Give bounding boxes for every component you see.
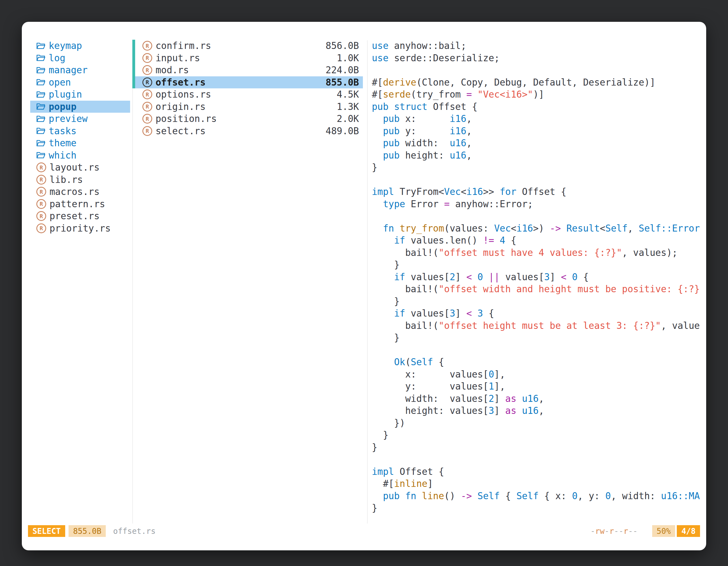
rust-icon [142,41,152,51]
code-line [372,453,706,466]
file-row[interactable]: offset.rs 855.0B [132,76,363,89]
code-lines: use anyhow::bail;use serde::Deserialize;… [367,40,706,514]
marked-indicator [132,52,135,64]
dir-entry-row[interactable]: lib.rs [30,174,130,186]
code-line: pub fn line() -> Self { Self { x: 0, y: … [372,490,706,502]
mode-badge: SELECT [28,525,65,537]
file-row[interactable]: confirm.rs 856.0B [132,40,363,52]
file-name: select.rs [156,126,206,137]
entry-name: preset.rs [50,211,100,222]
file-name: confirm.rs [156,40,211,51]
marked-indicator [132,40,135,52]
code-line: } [372,295,706,307]
dir-entry-row[interactable]: preview [30,113,130,125]
marked-indicator [132,76,135,89]
rust-icon [142,102,152,112]
file-row[interactable]: origin.rs 1.3K [132,101,363,113]
code-line: pub struct Offset { [372,101,706,113]
code-line: } [372,259,706,271]
marked-indicator [132,113,135,125]
code-line: use serde::Deserialize; [372,52,706,64]
dir-entry-row[interactable]: priority.rs [30,222,130,235]
code-line: if values.len() != 4 { [372,234,706,247]
dir-entry-row[interactable]: open [30,76,130,89]
code-line [372,64,706,76]
code-line: if values[2] < 0 || values[3] < 0 { [372,271,706,283]
folder-open-icon [36,102,45,111]
folder-open-icon [36,127,45,135]
file-row[interactable]: position.rs 2.0K [132,113,363,125]
parent-pane: keymap log manager [22,40,133,234]
cursor-position-badge: 4/8 [677,525,700,537]
dir-entry-row[interactable]: which [30,149,130,162]
folder-open-icon [36,151,45,159]
dir-entry-row[interactable]: popup [30,101,130,113]
folder-open-icon [36,115,45,123]
code-line: } [372,161,706,174]
dir-entry-row[interactable]: theme [30,137,130,149]
folder-open-icon [36,54,45,62]
code-line: } [372,441,706,454]
dir-entry-row[interactable]: plugin [30,88,130,101]
file-row-body: position.rs 2.0K [135,113,363,125]
dir-entry-row[interactable]: layout.rs [30,161,130,174]
rust-icon [142,53,152,63]
dir-entry-row[interactable]: keymap [30,40,130,52]
rust-icon [142,126,152,136]
current-pane: confirm.rs 856.0B input.rs 1.0K [132,40,363,137]
file-row[interactable]: options.rs 4.5K [132,88,363,101]
file-row-body: input.rs 1.0K [135,52,363,64]
file-row[interactable]: select.rs 489.0B [132,125,363,137]
entry-name: which [49,150,76,161]
code-line: #[derive(Clone, Copy, Debug, Default, De… [372,76,706,89]
file-size: 1.3K [337,101,359,112]
rust-icon [142,90,152,99]
code-line: if values[3] < 3 { [372,307,706,319]
scroll-percent-badge: 50% [652,525,675,537]
file-row[interactable]: mod.rs 224.0B [132,64,363,76]
code-line: pub width: u16, [372,137,706,149]
rust-icon [142,65,152,75]
file-size: 224.0B [326,65,359,76]
file-row-body: offset.rs 855.0B [135,76,363,89]
code-line: y: values[1], [372,380,706,393]
file-row[interactable]: input.rs 1.0K [132,52,363,64]
file-manager-window: keymap log manager [22,22,706,550]
entry-name: log [49,53,65,64]
entry-name: keymap [49,40,82,51]
dir-entry-row[interactable]: manager [30,64,130,76]
status-bar: SELECT 855.0B offset.rs -rw-r--r-- 50% 4… [28,525,700,537]
entry-name: plugin [49,89,82,100]
entry-name: tasks [49,126,76,137]
permissions: -rw-r--r-- [590,527,638,536]
rust-icon [36,163,46,172]
entry-name: lib.rs [50,174,83,185]
dir-entry-row[interactable]: preset.rs [30,210,130,222]
folder-open-icon [36,78,45,86]
code-line: width: values[2] as u16, [372,393,706,405]
rust-icon [36,175,46,185]
code-line: bail!("offset must have 4 values: {:?}",… [372,247,706,259]
dir-entry-row[interactable]: tasks [30,125,130,137]
file-name: position.rs [156,113,217,124]
dir-entry-row[interactable]: log [30,52,130,64]
entry-name: manager [49,65,88,76]
entry-name: layout.rs [50,162,100,173]
folder-open-icon [36,42,45,50]
file-size: 856.0B [326,40,359,51]
rust-icon [36,187,46,197]
rust-icon [142,114,152,124]
code-line [372,174,706,186]
code-line: #[inline] [372,478,706,490]
entry-name: pattern.rs [50,199,105,210]
code-line: Ok(Self { [372,356,706,368]
file-size: 4.5K [337,89,359,100]
code-line: pub x: i16, [372,113,706,125]
file-name: input.rs [156,53,200,64]
marked-indicator [132,125,135,137]
folder-open-icon [36,90,45,99]
dir-entry-row[interactable]: macros.rs [30,186,130,198]
dir-entry-row[interactable]: pattern.rs [30,198,130,210]
file-name: offset.rs [156,77,206,88]
file-row-body: mod.rs 224.0B [135,64,363,76]
